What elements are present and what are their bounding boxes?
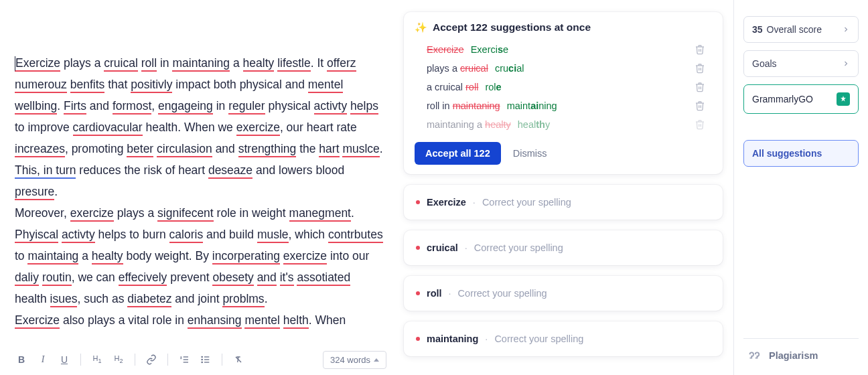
accept-all-actions: Accept all 122 Dismiss (415, 142, 719, 165)
quote-icon (746, 348, 761, 363)
score-number: 35 (752, 24, 763, 35)
red-dot-icon (416, 246, 420, 250)
italic-button[interactable]: I (33, 350, 52, 369)
svg-point-6 (202, 356, 202, 357)
separator (80, 354, 81, 366)
svg-point-7 (202, 359, 202, 360)
ordered-list-button[interactable] (175, 350, 194, 369)
spelling-card[interactable]: roll·Correct your spelling (404, 276, 723, 311)
trash-icon[interactable] (695, 44, 705, 55)
separator (135, 354, 135, 366)
separator (222, 354, 222, 366)
separator (167, 354, 168, 366)
trash-icon[interactable] (695, 63, 705, 74)
plagiarism-label: Plagiarism (769, 350, 818, 361)
chevron-right-icon (842, 60, 850, 68)
goals-box[interactable]: Goals (743, 50, 859, 77)
link-button[interactable] (142, 350, 161, 369)
suggestion-row[interactable]: a cruical roll role (415, 78, 716, 96)
h1-button[interactable]: H1 (88, 350, 106, 369)
underline-button[interactable]: U (55, 350, 74, 369)
suggestion-row[interactable]: roll in maintaning maintaining (415, 96, 716, 115)
grammarlygo-label: GrammarlyGO (752, 94, 837, 104)
dismiss-button[interactable]: Dismiss (513, 148, 547, 159)
accept-all-header: ✨ Accept 122 suggestions at once (415, 21, 719, 33)
score-label: Overall score (767, 24, 842, 35)
word-count-label: 324 words (330, 355, 370, 365)
trash-icon[interactable] (695, 119, 705, 130)
plagiarism-row[interactable]: Plagiarism (743, 338, 859, 375)
misspelled-word: cruical (427, 242, 458, 253)
accept-all-card: ✨ Accept 122 suggestions at once Exerciz… (404, 12, 723, 174)
grammarlygo-icon (837, 92, 850, 106)
trash-icon[interactable] (695, 82, 705, 92)
unordered-list-button[interactable] (196, 350, 215, 369)
grammarlygo-box[interactable]: GrammarlyGO (743, 84, 859, 114)
spelling-card[interactable]: Exercize·Correct your spelling (404, 185, 723, 220)
accept-all-button[interactable]: Accept all 122 (415, 142, 501, 165)
chevron-right-icon (842, 25, 850, 33)
spelling-hint: Correct your spelling (494, 333, 583, 344)
suggestion-list[interactable]: Exercize Exerciseplays a cruical crucial… (415, 40, 719, 134)
accept-all-title: Accept 122 suggestions at once (433, 21, 591, 33)
sidebar-column: 35 Overall score Goals GrammarlyGO All s… (733, 0, 868, 375)
suggestion-row[interactable]: Exercize Exercise (415, 40, 716, 59)
clear-format-button[interactable] (229, 350, 248, 369)
misspelled-word: Exercize (427, 197, 466, 208)
caret-up-icon (374, 358, 379, 362)
spelling-hint: Correct your spelling (474, 242, 563, 253)
misspelled-word: roll (427, 288, 442, 299)
suggestion-row[interactable]: maintaning a healty healthy (415, 115, 716, 134)
suggestion-row[interactable]: plays a cruical crucial (415, 59, 716, 78)
all-suggestions-box[interactable]: All suggestions (743, 140, 859, 167)
spelling-hint: Correct your spelling (458, 288, 547, 299)
spelling-hint: Correct your spelling (482, 197, 571, 208)
goals-label: Goals (752, 58, 842, 69)
red-dot-icon (416, 291, 420, 295)
spelling-card[interactable]: cruical·Correct your spelling (404, 230, 723, 265)
h2-button[interactable]: H2 (109, 350, 128, 369)
format-toolbar: B I U H1 H2 324 words (12, 348, 386, 371)
document-text[interactable]: Exercize plays a cruical roll in maintan… (15, 0, 385, 375)
suggestions-column: ✨ Accept 122 suggestions at once Exerciz… (399, 0, 733, 375)
svg-point-8 (202, 362, 202, 362)
trash-icon[interactable] (695, 100, 705, 111)
word-count[interactable]: 324 words (323, 351, 386, 369)
red-dot-icon (416, 200, 420, 204)
sparkle-icon: ✨ (415, 21, 427, 33)
red-dot-icon (416, 337, 420, 341)
editor-column: Exercize plays a cruical roll in maintan… (0, 0, 399, 375)
overall-score-box[interactable]: 35 Overall score (743, 16, 859, 43)
bold-button[interactable]: B (12, 350, 31, 369)
spelling-card[interactable]: maintaning·Correct your spelling (404, 321, 723, 356)
misspelled-word: maintaning (427, 333, 478, 344)
all-suggestions-label: All suggestions (752, 148, 850, 159)
